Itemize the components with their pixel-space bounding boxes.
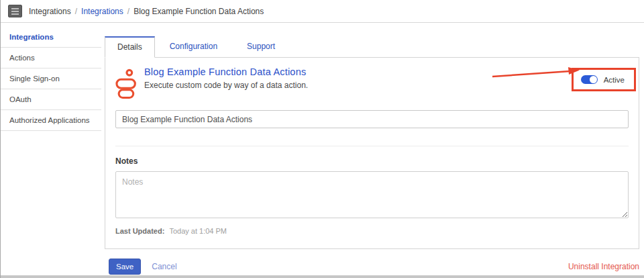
sidebar-item-integrations[interactable]: Integrations (1, 27, 101, 48)
cancel-button[interactable]: Cancel (152, 262, 176, 271)
breadcrumb-separator: / (127, 7, 129, 16)
breadcrumb-current-page: Blog Example Function Data Actions (133, 7, 264, 16)
integration-subtitle: Execute custom code by way of a data act… (144, 81, 308, 90)
annotation-box: Active (572, 68, 636, 91)
tab-details[interactable]: Details (105, 36, 155, 58)
uninstall-integration-link[interactable]: Uninstall Integration (568, 262, 639, 271)
integration-title: Blog Example Function Data Actions (144, 66, 308, 77)
window-bottom-edge (1, 275, 644, 278)
function-data-actions-icon (115, 68, 136, 99)
last-updated: Last Updated: Today at 1:04 PM (115, 227, 629, 248)
sidebar-item-authorized-applications[interactable]: Authorized Applications (1, 110, 101, 131)
active-toggle[interactable] (581, 75, 598, 84)
sidebar-nav: Integrations Actions Single Sign-on OAut… (1, 23, 105, 275)
details-panel: Blog Example Function Data Actions Execu… (105, 57, 639, 249)
breadcrumb-separator: / (75, 7, 77, 16)
save-button[interactable]: Save (109, 259, 141, 275)
footer-actions: Save Cancel Uninstall Integration (105, 259, 639, 275)
tab-configuration[interactable]: Configuration (155, 36, 232, 57)
sidebar-item-single-sign-on[interactable]: Single Sign-on (1, 68, 101, 89)
notes-textarea[interactable] (115, 171, 629, 218)
hamburger-menu-icon[interactable] (8, 5, 22, 17)
top-bar: Integrations / Integrations / Blog Examp… (1, 0, 644, 23)
toggle-knob (590, 76, 597, 83)
last-updated-value: Today at 1:04 PM (169, 227, 227, 235)
main-content: Details Configuration Support Blog Examp… (105, 23, 644, 275)
active-toggle-label: Active (604, 76, 625, 84)
sidebar-item-oauth[interactable]: OAuth (1, 89, 101, 110)
integration-name-input[interactable] (115, 110, 629, 128)
breadcrumb-integrations-link[interactable]: Integrations (81, 7, 123, 16)
tab-support[interactable]: Support (232, 36, 290, 57)
breadcrumb-integrations-root: Integrations (29, 7, 71, 16)
last-updated-label: Last Updated: (115, 227, 164, 235)
tab-bar: Details Configuration Support (105, 36, 639, 57)
notes-label: Notes (115, 156, 629, 166)
breadcrumb: Integrations / Integrations / Blog Examp… (29, 7, 264, 16)
integration-header: Blog Example Function Data Actions Execu… (115, 58, 629, 99)
section-divider (115, 146, 629, 146)
sidebar-item-actions[interactable]: Actions (1, 48, 101, 68)
